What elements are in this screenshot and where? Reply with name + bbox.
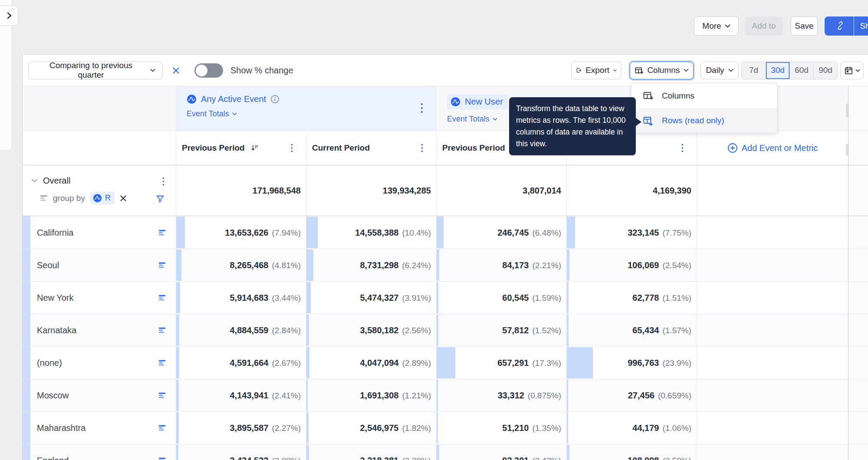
cell-percent: (2.89%) xyxy=(402,358,431,368)
scrollbar-handle[interactable] xyxy=(846,144,849,155)
columns-dropdown-menu: Columns Rows (read only) xyxy=(631,83,777,133)
value-cell: 33,312(0.875%) xyxy=(436,379,566,411)
group-by-icon[interactable] xyxy=(159,328,166,333)
empty-cell xyxy=(697,444,848,460)
show-pct-change-toggle[interactable] xyxy=(194,63,223,78)
table-row: California 13,653,626(7.94%) 14,558,388(… xyxy=(23,216,868,249)
add-event-or-metric-button[interactable]: Add Event or Metric xyxy=(697,131,848,165)
menu-item-rows-read-only[interactable]: Rows (read only) xyxy=(631,108,777,133)
toggle-knob xyxy=(196,65,207,76)
granularity-select[interactable]: Daily xyxy=(700,62,739,79)
date-picker-button[interactable] xyxy=(840,62,864,79)
overall-kebab-menu[interactable] xyxy=(162,177,164,186)
column-header-previous-period-1[interactable]: Previous Period xyxy=(176,131,306,165)
value-cell: 996,763(23.9%) xyxy=(566,347,697,379)
row-label-cell[interactable]: Karnataka xyxy=(23,314,176,346)
table-rows-icon xyxy=(643,115,653,126)
range-90d[interactable]: 90d xyxy=(813,62,837,79)
value-bar xyxy=(567,217,575,248)
column-kebab-menu[interactable] xyxy=(291,143,293,153)
remove-group-by-icon[interactable] xyxy=(120,195,127,202)
group-by-icon[interactable] xyxy=(159,458,166,460)
menu-item-columns[interactable]: Columns xyxy=(631,83,777,108)
export-icon xyxy=(576,66,582,75)
value-cell: 5,914,683(3.44%) xyxy=(176,282,306,314)
group-by-icon[interactable] xyxy=(159,360,166,366)
value-bar xyxy=(176,380,179,411)
group-by-property-label: R xyxy=(105,194,111,203)
value-bar xyxy=(176,347,179,378)
chevron-down-icon[interactable] xyxy=(31,179,38,183)
column-kebab-menu[interactable] xyxy=(421,143,423,153)
cell-value: 3,434,533 xyxy=(230,456,268,460)
row-label-cell[interactable]: New York xyxy=(23,282,176,314)
measure-label: Event Totals xyxy=(187,109,229,118)
row-label-cell[interactable]: Moscow xyxy=(23,379,176,411)
expand-panel-button[interactable] xyxy=(0,6,18,26)
group-by-icon[interactable] xyxy=(159,393,166,398)
column-kebab-menu[interactable] xyxy=(681,143,684,153)
row-label-cell[interactable]: (none) xyxy=(23,347,176,379)
share-split-button[interactable]: Sha xyxy=(825,16,868,36)
chevron-down-icon xyxy=(725,24,730,28)
granularity-label: Daily xyxy=(706,66,724,75)
value-cell: 4,047,094(2.89%) xyxy=(306,347,436,379)
share-divider xyxy=(854,16,854,36)
row-label-cell[interactable]: California xyxy=(23,216,176,249)
row-label: Karnataka xyxy=(37,325,76,335)
group-by-icon[interactable] xyxy=(159,230,166,235)
cell-percent: (7.94%) xyxy=(272,228,301,237)
cell-value: 2,546,975 xyxy=(360,423,398,433)
remove-comparison-button[interactable] xyxy=(172,66,180,75)
export-button[interactable]: Export xyxy=(571,62,621,79)
amplitude-logo-icon xyxy=(450,97,460,107)
metric-name[interactable]: Any Active Event xyxy=(201,94,266,104)
value-cell: 13,653,626(7.94%) xyxy=(176,216,306,249)
cell-percent: (1.21%) xyxy=(402,391,431,400)
group-by-icon[interactable] xyxy=(159,295,166,301)
add-to-button[interactable]: Add to xyxy=(745,16,783,36)
column-header-current-period-1[interactable]: Current Period xyxy=(306,131,436,165)
row-selection-strip xyxy=(23,444,30,460)
filter-funnel-icon[interactable] xyxy=(156,195,164,203)
copy-link-button[interactable] xyxy=(827,16,854,36)
range-7d[interactable]: 7d xyxy=(742,62,766,79)
menu-item-label: Rows (read only) xyxy=(662,116,724,125)
column-header-label: Previous Period xyxy=(182,143,245,153)
columns-menu-button[interactable]: Columns xyxy=(630,62,694,79)
group-by-property-chip[interactable]: R xyxy=(90,192,115,204)
group-by-icon[interactable] xyxy=(159,263,166,268)
metric-header-any-active-event[interactable]: Any Active Event Event Totals xyxy=(176,86,436,131)
value-bar xyxy=(176,217,185,248)
value-cell: 8,265,468(4.81%) xyxy=(176,249,306,281)
row-label-cell[interactable]: Seoul xyxy=(23,249,176,281)
row-selection-strip xyxy=(23,249,30,281)
value-bar xyxy=(567,315,569,346)
value-bar xyxy=(567,347,593,378)
comparison-select[interactable]: Comparing to previous quarter xyxy=(28,62,163,79)
value-bar xyxy=(306,217,318,248)
save-button[interactable]: Save xyxy=(791,16,818,36)
range-60d[interactable]: 60d xyxy=(789,62,813,79)
export-label: Export xyxy=(585,66,609,75)
row-selection-strip xyxy=(23,216,30,249)
measure-select[interactable]: Event Totals xyxy=(187,109,237,118)
cell-percent: (2.00%) xyxy=(272,456,301,460)
range-30d[interactable]: 30d xyxy=(766,62,789,79)
group-by-icon[interactable] xyxy=(159,425,166,431)
scrollbar-handle[interactable] xyxy=(846,104,849,117)
row-label-cell[interactable]: England xyxy=(23,444,176,460)
row-label: Maharashtra xyxy=(37,423,85,433)
row-selection-strip xyxy=(23,379,30,411)
info-icon[interactable] xyxy=(270,95,279,104)
share-label[interactable]: Sha xyxy=(854,21,868,31)
more-button[interactable]: More xyxy=(694,16,739,36)
metric-name-chip[interactable]: New User xyxy=(447,94,508,109)
sort-icon[interactable] xyxy=(251,144,259,152)
measure-select[interactable]: Event Totals xyxy=(447,115,497,124)
cell-value: 92,301 xyxy=(502,456,529,460)
metric-kebab-menu[interactable] xyxy=(421,103,423,113)
row-label-cell[interactable]: Maharashtra xyxy=(23,412,176,444)
table-right-gutter xyxy=(848,282,868,314)
cell-value: 3,580,182 xyxy=(360,325,398,335)
